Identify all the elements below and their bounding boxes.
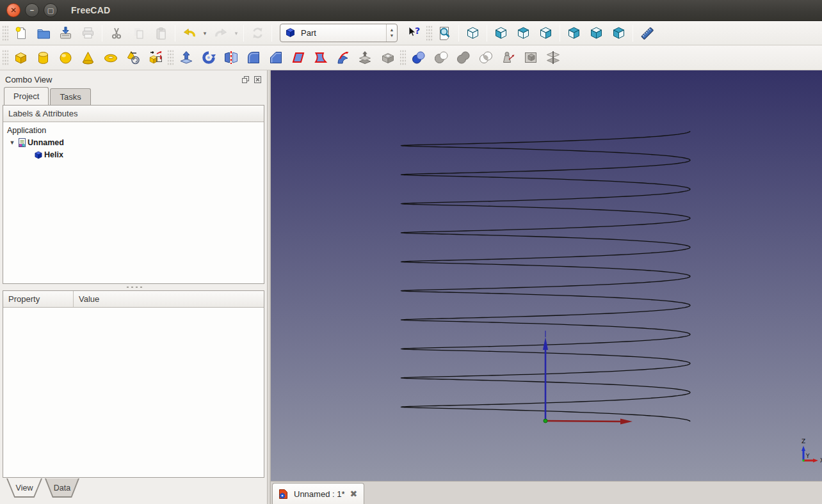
tree-root-application[interactable]: Application xyxy=(3,124,264,136)
toolbar-grip[interactable] xyxy=(168,50,173,65)
tree-header: Labels & Attributes xyxy=(3,106,264,122)
pbox-icon xyxy=(13,51,28,65)
tab-project[interactable]: Project xyxy=(4,87,49,105)
part-intersection-button[interactable] xyxy=(474,47,497,68)
part-cylinder-button[interactable] xyxy=(32,47,54,68)
punion-icon xyxy=(456,50,471,65)
pmirror-icon xyxy=(223,50,239,65)
pchamfer-icon xyxy=(268,50,284,65)
part-extrude-button[interactable] xyxy=(175,47,197,68)
workbench-selector[interactable]: Part▲▼ xyxy=(280,24,398,42)
panel-splitter[interactable] xyxy=(0,284,267,290)
save-document-button[interactable] xyxy=(54,23,77,43)
part-box-button[interactable] xyxy=(10,47,32,68)
part-cross-sections-button[interactable] xyxy=(542,47,564,68)
vfront-icon xyxy=(494,26,508,40)
toolbar-separator xyxy=(271,25,272,42)
combo-spin-arrows-icon[interactable]: ▲▼ xyxy=(386,24,397,42)
part-make-face-button[interactable] xyxy=(287,47,309,68)
3d-viewport[interactable]: ZYX xyxy=(271,70,822,481)
redo-button xyxy=(209,23,232,43)
open-icon xyxy=(36,26,51,40)
axonometric-view-button[interactable] xyxy=(462,23,484,43)
model-tree-panel: Labels & Attributes Application ▼ xyxy=(3,105,264,284)
part-fillet-button[interactable] xyxy=(242,47,264,68)
undo-dropdown-icon[interactable]: ▾ xyxy=(200,23,209,43)
part-create-primitives-button[interactable] xyxy=(122,47,144,68)
tree-item-document[interactable]: ▼ Unnamed xyxy=(3,136,264,148)
redo-dropdown-icon: ▾ xyxy=(232,23,241,43)
minimize-window-button[interactable]: − xyxy=(25,3,39,17)
toolbar-grip[interactable] xyxy=(426,26,432,41)
toolbar-grip[interactable] xyxy=(3,50,8,65)
part-mirror-button[interactable] xyxy=(220,47,242,68)
copy-icon xyxy=(132,26,146,40)
part-ruled-surface-button[interactable] xyxy=(309,47,332,68)
part-boolean-button[interactable] xyxy=(407,47,430,68)
part-defeaturing-button[interactable] xyxy=(519,47,542,68)
toolbar-separator xyxy=(560,25,560,42)
float-panel-icon[interactable] xyxy=(241,75,250,84)
property-view-tabs: View Data xyxy=(0,478,267,504)
vleft-icon xyxy=(611,26,626,40)
measure-distance-button[interactable] xyxy=(636,23,658,43)
close-panel-icon[interactable] xyxy=(254,75,262,84)
model-tree: Application ▼ Unnamed xyxy=(3,122,264,283)
part-union-button[interactable] xyxy=(452,47,474,68)
value-column-header[interactable]: Value xyxy=(74,291,104,307)
part-thickness-button[interactable] xyxy=(376,47,399,68)
vright-icon xyxy=(538,26,553,40)
combo-view-tabs: Project Tasks xyxy=(0,87,267,105)
cut-button[interactable] xyxy=(105,23,127,43)
vaxo-icon xyxy=(465,26,480,40)
fitall-icon xyxy=(437,26,453,41)
whats-this-button[interactable]: ? xyxy=(403,23,425,43)
part-sphere-button[interactable] xyxy=(54,47,77,68)
pextrude-icon xyxy=(179,50,194,65)
pdefeat-icon xyxy=(523,50,538,65)
toolbar-separator xyxy=(102,25,102,42)
expander-icon[interactable]: ▼ xyxy=(8,139,16,146)
front-view-button[interactable] xyxy=(490,23,512,43)
toolbar-separator xyxy=(633,25,633,42)
tab-view[interactable]: View xyxy=(6,478,42,498)
part-offset-button[interactable] xyxy=(354,47,376,68)
part-sweep-button[interactable] xyxy=(332,47,354,68)
right-view-button[interactable] xyxy=(535,23,557,43)
part-revolve-button[interactable] xyxy=(197,47,220,68)
toolbar-separator xyxy=(458,25,459,42)
property-column-header[interactable]: Property xyxy=(3,291,74,307)
part-cone-button[interactable] xyxy=(77,47,99,68)
psph-icon xyxy=(58,51,73,65)
tab-data[interactable]: Data xyxy=(45,478,79,498)
redo-icon xyxy=(213,26,229,40)
part-refine-shape-button[interactable] xyxy=(497,47,519,68)
bottom-view-button[interactable] xyxy=(585,23,608,43)
open-document-button[interactable] xyxy=(32,23,54,43)
toolbar-grip[interactable] xyxy=(3,26,8,41)
title-bar: ✕ − ▢ FreeCAD xyxy=(0,0,822,21)
new-icon xyxy=(14,26,28,40)
toolbar-grip[interactable] xyxy=(400,50,406,65)
whatsthis-icon: ? xyxy=(407,26,422,41)
document-icon xyxy=(16,138,28,148)
rear-view-button[interactable] xyxy=(563,23,585,43)
fit-all-button[interactable] xyxy=(433,23,456,43)
document-tab[interactable]: Unnamed : 1* ✖ xyxy=(272,483,364,504)
new-document-button[interactable] xyxy=(10,23,32,43)
close-window-button[interactable]: ✕ xyxy=(6,3,20,17)
mdi-tab-bar: Unnamed : 1* ✖ xyxy=(271,481,822,504)
wbpart-icon xyxy=(284,26,296,40)
svg-text:?: ? xyxy=(415,26,420,36)
tab-tasks[interactable]: Tasks xyxy=(50,88,90,105)
maximize-window-button[interactable]: ▢ xyxy=(44,3,58,17)
part-shape-builder-button[interactable] xyxy=(144,47,166,68)
part-chamfer-button[interactable] xyxy=(264,47,287,68)
top-view-button[interactable] xyxy=(512,23,535,43)
undo-button[interactable] xyxy=(178,23,200,43)
part-torus-button[interactable] xyxy=(99,47,122,68)
left-view-button[interactable] xyxy=(608,23,630,43)
tree-item-helix[interactable]: Helix xyxy=(3,148,264,161)
close-document-icon[interactable]: ✖ xyxy=(350,489,358,499)
part-cut-button[interactable] xyxy=(430,47,452,68)
